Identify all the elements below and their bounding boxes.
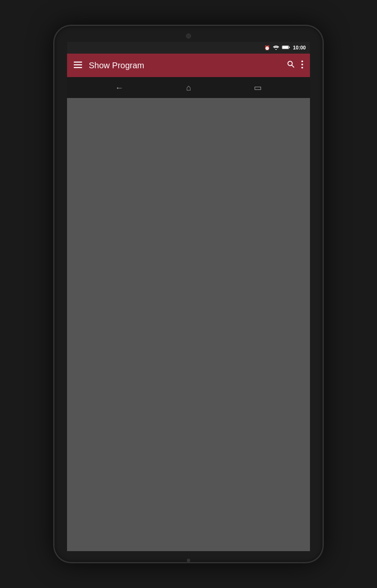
android-nav-bar: ← ⌂ ▭: [67, 77, 310, 98]
hamburger-icon[interactable]: [74, 61, 82, 70]
recent-button[interactable]: ▭: [254, 83, 262, 93]
app-bar: Show Program: [67, 54, 310, 77]
status-time: 10:00: [293, 45, 306, 51]
camera: [186, 34, 191, 39]
svg-point-11: [301, 67, 303, 68]
battery-icon: [282, 45, 290, 51]
more-options-icon[interactable]: [301, 60, 303, 71]
alarm-icon: ⏰: [264, 45, 270, 51]
search-icon[interactable]: [287, 60, 294, 71]
device-wrapper: ⏰ 10:00: [0, 0, 377, 588]
status-bar: ⏰ 10:00: [67, 42, 310, 54]
wifi-icon: [273, 45, 279, 51]
home-button[interactable]: ⌂: [186, 83, 191, 93]
svg-rect-4: [74, 62, 82, 63]
svg-point-0: [276, 49, 277, 50]
app-title: Show Program: [89, 61, 287, 70]
svg-line-8: [292, 65, 294, 67]
back-button[interactable]: ←: [115, 83, 124, 93]
bottom-dot: [187, 559, 190, 562]
svg-point-10: [301, 63, 303, 65]
svg-rect-3: [283, 46, 289, 49]
tablet-frame: ⏰ 10:00: [54, 26, 323, 562]
app-bar-actions: [287, 60, 303, 71]
svg-point-9: [301, 60, 303, 62]
svg-rect-2: [289, 47, 290, 48]
screen-area: ⏰ 10:00: [67, 42, 310, 551]
svg-rect-5: [74, 64, 82, 65]
svg-rect-6: [74, 67, 82, 68]
